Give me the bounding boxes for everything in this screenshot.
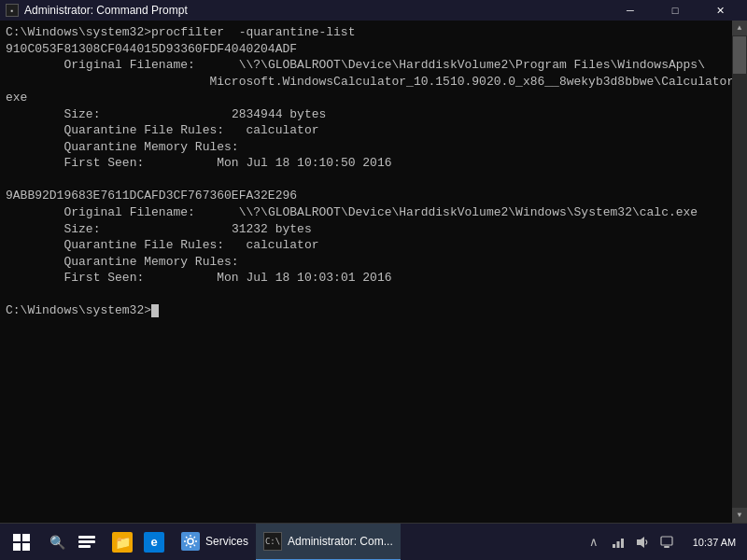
qfile-label-1: Quarantine File Rules: [63,123,224,137]
firstseen-label-1: First Seen: [63,156,144,170]
svg-marker-4 [637,537,644,548]
network-tray-icon [611,535,626,550]
title-bar-left: ▪ Administrator: Command Prompt [6,4,188,17]
size-value-2: 31232 bytes [232,222,312,236]
firstseen-value-2: Mon Jul 18 10:03:01 2016 [217,271,391,285]
scroll-down-button[interactable]: ▼ [732,508,747,523]
tray-chevron[interactable]: ∧ [583,524,605,561]
svg-rect-1 [613,544,615,548]
svg-point-0 [188,539,193,544]
start-button[interactable] [0,524,43,561]
search-button[interactable]: 🔍 [43,524,71,561]
services-label: Services [205,535,248,548]
console-content: C:\Windows\system32>procfilter -quaranti… [6,24,741,319]
svg-rect-2 [617,541,620,548]
scroll-track[interactable] [732,35,747,508]
qmem-label-1: Quarantine Memory Rules: [63,140,238,154]
prompt-2: C:\Windows\system32> [6,303,151,317]
filename-label-1: Original Filename: [63,58,194,72]
size-value-1: 2834944 bytes [232,107,326,121]
edge-icon: e [144,532,164,553]
task-view-icon [78,536,95,549]
edge-pin[interactable]: e [138,524,170,561]
system-clock[interactable]: 10:37 AM [682,524,747,561]
console-window[interactable]: C:\Windows\system32>procfilter -quaranti… [0,21,747,523]
search-icon: 🔍 [49,535,65,550]
minimize-button[interactable]: ─ [609,0,652,21]
scroll-thumb[interactable] [733,36,746,74]
cmd-taskbar-item[interactable]: C:\ Administrator: Com... [256,524,401,561]
title-bar-title: Administrator: Command Prompt [24,4,188,17]
file-explorer-icon: 📁 [112,532,133,553]
qfile-value-1: calculator [246,123,318,137]
command-1: procfilter -quarantine-list [151,25,355,39]
scroll-up-button[interactable]: ▲ [732,21,747,35]
qfile-value-2: calculator [246,238,318,252]
volume-tray-icon [635,535,650,550]
pinned-apps: 📁 e [103,524,174,561]
cmd-title-icon: ▪ [6,4,19,17]
file-explorer-pin[interactable]: 📁 [106,524,138,561]
notification-tray-icon [659,535,674,550]
firstseen-label-2: First Seen: [63,271,144,285]
services-icon [181,532,200,551]
filename-label-2: Original Filename: [63,205,194,219]
title-bar: ▪ Administrator: Command Prompt ─ □ ✕ [0,0,747,21]
services-gear-icon [183,534,198,549]
title-bar-controls: ─ □ ✕ [609,0,741,21]
taskbar: 🔍 📁 e Services C:\ [0,523,747,560]
svg-rect-3 [621,539,624,548]
scrollbar[interactable]: ▲ ▼ [732,21,747,523]
maximize-button[interactable]: □ [654,0,697,21]
size-label-2: Size: [63,222,100,236]
size-label-1: Size: [63,107,100,121]
cursor [151,304,159,317]
filename-value-1: \\?\GLOBALROOT\Device\HarddiskVolume2\Pr… [239,58,705,72]
cmd-icon: C:\ [263,532,282,551]
clock-time: 10:37 AM [693,537,736,548]
prompt-1: C:\Windows\system32> [6,25,151,39]
qmem-label-2: Quarantine Memory Rules: [63,255,238,269]
volume-icon[interactable] [631,524,654,561]
firstseen-value-1: Mon Jul 18 10:10:50 2016 [217,156,391,170]
cmd-label: Administrator: Com... [288,535,393,548]
network-icon[interactable] [607,524,629,561]
filename-value-1b: Microsoft.WindowsCalculator_10.1510.9020… [6,75,741,105]
services-taskbar-item[interactable]: Services [174,524,256,561]
hash-1: 910C053F81308CF044015D93360FDF4040204ADF [6,42,297,56]
svg-rect-5 [661,537,672,545]
hash-2: 9ABB92D19683E7611DCAFD3CF767360EFA32E296 [6,189,297,203]
notification-icon[interactable] [655,524,678,561]
system-tray: ∧ [579,524,682,561]
task-view-button[interactable] [71,524,103,561]
svg-rect-6 [664,546,669,548]
filename-value-2: \\?\GLOBALROOT\Device\HarddiskVolume2\Wi… [239,205,698,219]
qfile-label-2: Quarantine File Rules: [63,238,224,252]
close-button[interactable]: ✕ [698,0,741,21]
windows-logo-icon [13,534,30,551]
